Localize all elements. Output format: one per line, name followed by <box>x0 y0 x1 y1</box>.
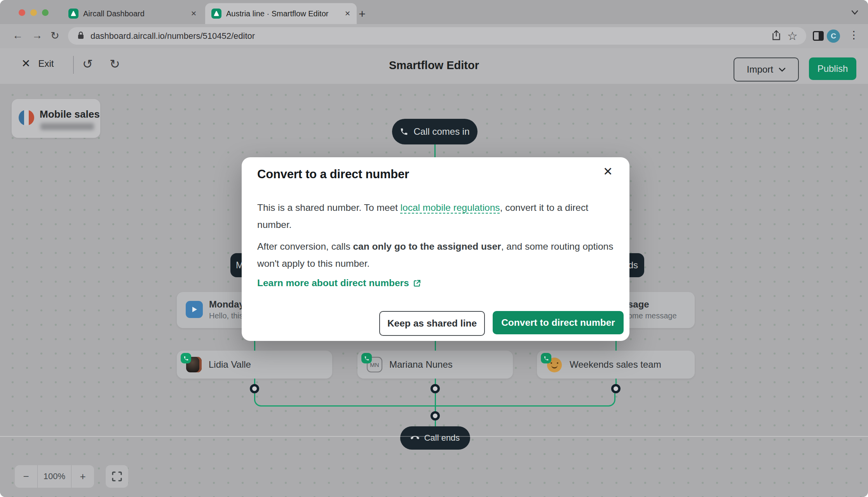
node-call-ends[interactable]: Call ends <box>400 426 470 450</box>
zoom-level: 100% <box>38 465 71 488</box>
learn-more-link[interactable]: Learn more about direct numbers <box>257 278 421 288</box>
node-label: Call ends <box>424 433 460 443</box>
url-text: dashboard.aircall.io/numbers/510452/edit… <box>91 31 255 41</box>
tab-close-icon[interactable]: ✕ <box>191 10 197 17</box>
convert-direct-number-button[interactable]: Convert to direct number <box>493 311 624 334</box>
fit-to-screen-button[interactable] <box>106 465 128 488</box>
tab-search-chevron-icon[interactable] <box>850 9 859 18</box>
phone-badge-icon <box>361 353 372 363</box>
masked-phone-number <box>40 123 94 130</box>
tab-title: Aircall Dashboard <box>83 9 145 18</box>
browser-window: Aircall Dashboard ✕ Austria line · Smart… <box>0 0 868 497</box>
new-tab-button[interactable]: + <box>354 6 370 22</box>
import-label: Import <box>747 64 773 75</box>
modal-title: Convert to a direct number <box>257 167 409 181</box>
team-name: Weekends sales team <box>570 359 661 370</box>
user-name: Lidia Valle <box>209 359 251 370</box>
phone-icon <box>400 127 408 136</box>
zoom-in-button[interactable]: + <box>71 465 94 488</box>
publish-label: Publish <box>817 63 848 74</box>
share-icon[interactable] <box>772 30 781 42</box>
line-name: Mobile sales <box>40 108 100 120</box>
connector-line <box>435 393 436 411</box>
aircall-favicon <box>68 9 78 19</box>
country-flag-icon <box>19 110 34 125</box>
tab-aircall-dashboard[interactable]: Aircall Dashboard ✕ <box>62 3 203 24</box>
bookmark-star-icon[interactable]: ☆ <box>787 30 798 42</box>
traffic-light-minimize[interactable] <box>30 9 37 16</box>
phone-down-icon <box>409 432 421 444</box>
play-icon <box>186 301 203 318</box>
publish-button[interactable]: Publish <box>809 57 856 80</box>
tab-close-icon[interactable]: ✕ <box>345 10 350 17</box>
external-link-icon <box>413 279 421 287</box>
modal-close-icon[interactable]: ✕ <box>603 166 613 177</box>
import-button[interactable]: Import <box>734 57 799 82</box>
tab-title: Austria line · Smartflow Editor <box>226 9 328 18</box>
line-info-card[interactable]: Mobile sales <box>12 99 100 138</box>
phone-badge-icon <box>541 353 551 363</box>
connector-line <box>435 421 436 426</box>
connector-port[interactable] <box>431 411 440 421</box>
profile-avatar[interactable]: C <box>827 30 840 43</box>
connector-line <box>434 144 436 158</box>
forward-icon[interactable]: → <box>32 30 42 42</box>
node-label: Call comes in <box>413 126 469 137</box>
modal-paragraph-1: This is a shared number. To meet local m… <box>257 199 615 233</box>
connector-elbow-left <box>254 393 435 407</box>
tab-smartflow-editor[interactable]: Austria line · Smartflow Editor ✕ <box>205 3 357 24</box>
local-regulations-link[interactable]: local mobile regulations <box>401 202 500 213</box>
audio-title-fragment: sage <box>628 299 649 310</box>
user-name: Mariana Nunes <box>389 359 453 370</box>
node-team-weekends[interactable]: Weekends sales team <box>537 351 695 379</box>
secondary-button-label: Keep as shared line <box>387 318 477 329</box>
node-user-lidia[interactable]: Lidia Valle <box>177 351 332 379</box>
traffic-light-close[interactable] <box>19 9 25 16</box>
node-label-fragment: ds <box>628 260 638 271</box>
convert-modal: Convert to a direct number ✕ This is a s… <box>242 157 629 341</box>
connector-port[interactable] <box>431 384 440 393</box>
zoom-control: − 100% + <box>15 465 94 488</box>
connector-line <box>615 340 617 351</box>
refresh-icon[interactable]: ↻ <box>51 30 59 42</box>
connector-port[interactable] <box>250 384 259 393</box>
canvas-seam <box>0 436 868 437</box>
p2-bold-text: can only go to the assigned user <box>353 241 501 252</box>
chevron-down-icon <box>779 68 786 72</box>
address-bar[interactable]: dashboard.aircall.io/numbers/510452/edit… <box>68 27 806 45</box>
aircall-favicon <box>211 9 221 19</box>
back-icon[interactable]: ← <box>12 30 23 42</box>
connector-line <box>435 340 436 351</box>
lock-icon <box>77 31 84 41</box>
audio-subtitle-fragment: ome message <box>628 311 677 320</box>
browser-menu-icon[interactable]: ⋮ <box>849 29 859 41</box>
phone-badge-icon <box>181 353 191 363</box>
learn-more-label: Learn more about direct numbers <box>257 278 409 288</box>
modal-paragraph-2: After conversion, calls can only go to t… <box>257 238 617 272</box>
side-panel-icon[interactable] <box>813 31 824 42</box>
zoom-out-button[interactable]: − <box>15 465 38 488</box>
keep-shared-line-button[interactable]: Keep as shared line <box>379 311 485 336</box>
connector-port[interactable] <box>611 384 620 393</box>
primary-button-label: Convert to direct number <box>501 317 615 328</box>
fit-screen-icon <box>112 471 122 481</box>
node-call-comes-in[interactable]: Call comes in <box>392 119 478 144</box>
traffic-light-zoom[interactable] <box>42 9 49 16</box>
connector-elbow-right <box>435 393 615 407</box>
p1-text: This is a shared number. To meet <box>257 202 401 213</box>
p2-text: After conversion, calls <box>257 241 353 252</box>
node-user-mariana[interactable]: MN Mariana Nunes <box>357 351 513 379</box>
connector-line <box>254 340 255 351</box>
